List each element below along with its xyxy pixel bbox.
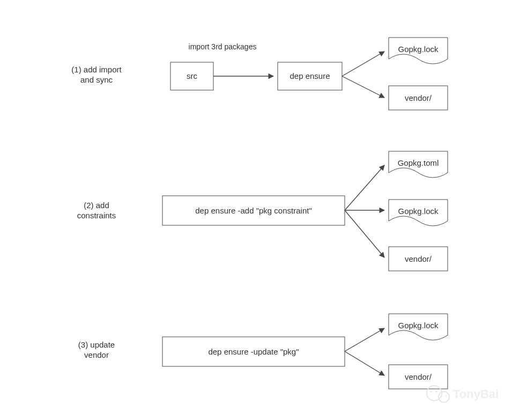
output-label-gopkg-lock: Gopkg.lock: [398, 207, 439, 216]
arrow-to-gopkg-lock: [345, 328, 384, 351]
dep-workflow-diagram: (1) add import and sync import 3rd packa…: [0, 0, 505, 420]
wechat-icon: [430, 390, 432, 392]
dep-ensure-add-label: dep ensure -add "pkg constraint": [195, 206, 311, 215]
output-label-vendor: vendor/: [405, 254, 432, 263]
wechat-icon: [445, 395, 447, 397]
dep-ensure-label: dep ensure: [289, 71, 330, 80]
section-title-line2: constraints: [77, 211, 116, 220]
wechat-icon: [435, 390, 437, 392]
section-update-vendor: (3) update vendor dep ensure -update "pk…: [78, 314, 448, 389]
arrow-to-gopkg-toml: [345, 165, 384, 210]
import-caption: import 3rd packages: [189, 42, 257, 51]
section-title: (3) update: [78, 340, 115, 349]
dep-ensure-update-label: dep ensure -update "pkg": [208, 347, 299, 356]
arrow-to-gopkg-lock: [342, 51, 384, 76]
output-label-gopkg-lock: Gopkg.lock: [398, 45, 439, 54]
section-title: (1) add import: [71, 65, 122, 74]
arrow-to-vendor: [345, 210, 384, 257]
watermark-text: TonyBai: [453, 387, 499, 401]
section-title: (2) add: [84, 201, 109, 210]
arrow-to-vendor: [345, 351, 384, 375]
src-box-label: src: [187, 71, 197, 80]
output-label-gopkg-toml: Gopkg.toml: [398, 158, 439, 167]
output-label-vendor: vendor/: [405, 93, 432, 102]
output-label-gopkg-lock: Gopkg.lock: [398, 321, 439, 330]
section-title-line2: and sync: [80, 75, 113, 84]
section-add-import: (1) add import and sync import 3rd packa…: [71, 38, 448, 110]
arrow-to-vendor: [342, 76, 384, 98]
section-add-constraints: (2) add constraints dep ensure -add "pkg…: [77, 151, 448, 271]
output-label-vendor: vendor/: [405, 372, 432, 381]
wechat-icon: [441, 395, 443, 397]
section-title-line2: vendor: [84, 350, 109, 359]
